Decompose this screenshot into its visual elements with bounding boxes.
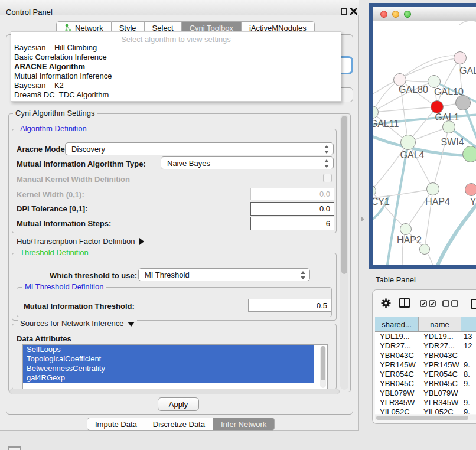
which-threshold-select[interactable]: MI Threshold [138,268,310,281]
dropdown-item-basic-correlation-inference[interactable]: Basic Correlation Inference [11,53,341,62]
split-columns-icon[interactable] [399,298,410,308]
data-attributes-list[interactable]: SelfLoopsTopologicalCoefficientBetweenne… [22,344,328,390]
dropdown-item-mutual-information-inference[interactable]: Mutual Information Inference [11,71,341,81]
network-canvas[interactable]: GALGAL80GAL10GAL1GAL11SWI4GAL4GCY1HAP4YH… [373,21,476,265]
mac-minimize-icon[interactable] [392,11,399,18]
panel-divider-handle[interactable] [361,216,364,222]
dropdown-item-bayesian-k2[interactable]: Bayesian – K2 [11,81,341,90]
node-unlabeled[interactable] [455,95,471,110]
attribute-item-gal4rgexp[interactable]: gal4RGexp [23,373,314,383]
mi-type-select[interactable]: Naive Bayes [161,156,334,169]
mi-threshold-label: Mutual Information Threshold: [24,302,135,311]
column-header-name[interactable]: name [419,317,461,331]
table-cell [461,389,476,398]
tab-impute-data[interactable]: Impute Data [87,418,145,431]
dropdown-item-bayesian-hill-climbing[interactable]: Bayesian – Hill Climbing [11,43,341,53]
table-row[interactable]: YLR345WYLR345W9. [375,398,476,407]
unchecked-boxes-icon[interactable] [442,300,458,307]
table-cell: 9. [461,379,476,389]
table-cell: YPR145W [419,360,461,370]
table-row[interactable]: YIL052CYIL052C9. [375,407,476,414]
table-horizontal-scrollbar[interactable] [375,415,476,420]
node-hap2[interactable] [400,223,412,235]
table-cell: 9. [461,360,476,370]
table-cell: YDL19... [375,332,419,341]
gear-icon[interactable] [381,298,391,308]
node-gal10[interactable] [428,75,441,88]
expand-right-icon [139,238,144,245]
table-panel-title: Table Panel [376,275,416,284]
node-label-gcy1: GCY1 [373,197,390,207]
tab-infer-network[interactable]: Infer Network [213,418,275,431]
attribute-item-selfloops[interactable]: SelfLoops [23,345,314,354]
table-row[interactable]: YDL19...YDL19...13 [375,332,476,341]
table-cell: YDR27... [375,341,419,351]
dropdown-item-aracne-algorithm[interactable]: ARACNE Algorithm [11,62,341,71]
apply-button[interactable]: Apply [158,397,199,411]
checked-boxes-icon[interactable] [420,300,436,307]
algorithm-dropdown-list: Select algorithm to view settings Bayesi… [11,31,341,102]
node-gal1[interactable] [431,100,444,113]
node-hap4[interactable] [426,182,439,195]
mac-zoom-icon[interactable] [404,11,411,18]
node-label-hap2: HAP2 [397,235,422,246]
node-label-gal11: GAL11 [373,119,399,129]
table-cell: YIL052C [375,407,419,414]
sources-group-title[interactable]: Sources for Network Inference [18,319,137,328]
node-swi4[interactable] [442,120,455,133]
settings-group-title: Cyni Algorithm Settings [13,109,97,118]
table-row[interactable]: YER054CYER054C8. [375,370,476,379]
dropdown-item-dream8-dc-tdc-algorithm[interactable]: Dream8 DC_TDC Algorithm [11,90,341,100]
document-icon[interactable] [471,298,476,309]
attribute-item-betweennesscentrality[interactable]: BetweennessCentrality [23,364,314,373]
tab-discretize-data[interactable]: Discretize Data [145,418,213,431]
column-header-cut[interactable] [461,317,476,331]
node-gal[interactable] [454,51,467,64]
attribute-item-topologicalcoefficient[interactable]: TopologicalCoefficient [23,354,314,364]
stepper-icon [300,270,305,280]
mi-threshold-field[interactable] [248,299,331,312]
list-scrollbar[interactable] [320,346,326,388]
table-cell: 12 [461,341,476,351]
table-row[interactable]: YDR27...YDR27...12 [375,341,476,351]
node-label-gal: GAL [459,66,476,76]
float-window-icon[interactable] [341,8,347,15]
data-attributes-label: Data Attributes [17,334,71,343]
mi-type-value: Naive Bayes [167,159,210,168]
node-label-swi4: SWI4 [441,137,464,148]
table-row[interactable]: YBL079WYBL079W [375,389,476,398]
table-cell: 8. [461,370,476,379]
dpi-tolerance-label: DPI Tolerance [0,1]: [17,204,87,213]
tab-label: Infer Network [221,420,266,429]
dropdown-placeholder: Select algorithm to view settings [11,32,341,43]
close-icon[interactable] [350,8,357,15]
mac-close-icon[interactable] [380,11,387,18]
hub-definition-toggle[interactable]: Hub/Transcription Factor Definition [17,237,144,246]
column-header-shared[interactable]: shared... [375,317,419,331]
mi-steps-field[interactable] [250,217,334,230]
table-row[interactable]: YBR043CYBR043C [375,351,476,360]
network-view-window[interactable]: GALGAL80GAL10GAL1GAL11SWI4GAL4GCY1HAP4YH… [369,3,476,269]
bottom-tabs: Impute DataDiscretize DataInfer Network [87,418,275,431]
table-cell: YLR345W [375,398,419,407]
mi-steps-label: Mutual Information Steps: [17,219,111,228]
node-gal4[interactable] [400,135,416,150]
aracne-mode-label: Aracne Mode: [17,145,67,154]
dpi-tolerance-field[interactable] [250,202,334,216]
network-window-titlebar[interactable] [373,7,476,21]
settings-horizontal-scrollbar[interactable] [9,389,340,394]
settings-vertical-scrollbar-thumb[interactable] [341,116,347,274]
threshold-definition-title: Threshold Definition [18,249,91,257]
table-cell: YBL079W [419,389,461,398]
table-cell: YLR345W [419,398,461,407]
table-row[interactable]: YPR145WYPR145W9. [375,360,476,370]
node-y[interactable] [465,183,476,196]
algorithm-definition-title: Algorithm Definition [18,125,89,133]
node-unlabeled[interactable] [462,146,476,162]
mi-type-label: Mutual Information Algorithm Type: [17,159,146,168]
manual-kernel-checkbox[interactable] [323,174,332,182]
which-threshold-label: Which threshold to use: [50,271,137,280]
node-unlabeled[interactable] [419,244,430,255]
table-row[interactable]: YBR045CYBR045C9. [375,379,476,389]
aracne-mode-select[interactable]: Discovery [65,142,334,155]
